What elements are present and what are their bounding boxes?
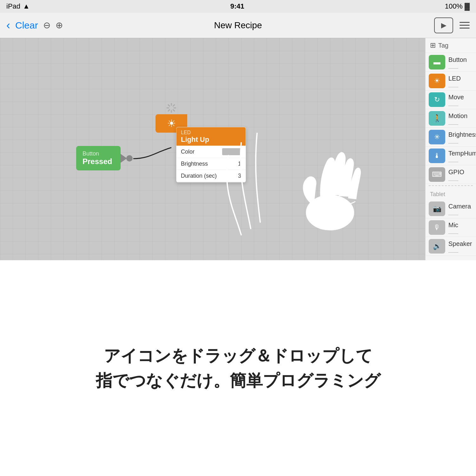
svg-point-8 bbox=[306, 195, 354, 230]
led-popup-color-row[interactable]: Color bbox=[176, 146, 246, 158]
menu-button[interactable] bbox=[459, 22, 470, 29]
led-popup-label: LED bbox=[181, 130, 241, 136]
tablet-section-label: Tablet bbox=[426, 187, 476, 200]
wifi-icon: ▲ bbox=[23, 2, 30, 10]
temphumid-item-name: TempHumid bbox=[448, 150, 476, 157]
device-label: iPad bbox=[6, 2, 20, 10]
gpio-item-name: GPIO bbox=[448, 169, 464, 176]
led-popup-brightness-value: 1 bbox=[238, 161, 241, 167]
led-popup-duration-value: 3 bbox=[238, 173, 241, 179]
led-color-swatch[interactable] bbox=[222, 148, 241, 155]
button-node-label: Button bbox=[83, 150, 114, 157]
button-node-arrow bbox=[121, 154, 127, 163]
gpio-icon: ⌨ bbox=[429, 167, 445, 182]
speaker-item-sub: ____ bbox=[448, 248, 472, 253]
camera-item-sub: ____ bbox=[448, 210, 471, 215]
popup-connector-arrow bbox=[246, 151, 246, 159]
led-popup-duration-row[interactable]: Duration (sec) 3 bbox=[176, 170, 246, 182]
sidebar-item-temphumid[interactable]: 🌡 TempHumid ____ bbox=[426, 147, 476, 165]
led-sidebar-icon: ☀ bbox=[429, 74, 445, 88]
zoom-in-icon[interactable]: ⊕ bbox=[56, 20, 63, 30]
add-icon: ⊞ bbox=[430, 41, 436, 50]
move-icon: ↻ bbox=[429, 92, 445, 107]
bottom-section: アイコンをドラッグ＆ドロップして 指でつなぐだけ。簡単プログラミング bbox=[0, 260, 476, 476]
back-button[interactable]: ‹ bbox=[6, 19, 10, 32]
bottom-text: アイコンをドラッグ＆ドロップして 指でつなぐだけ。簡単プログラミング bbox=[96, 343, 380, 393]
motion-item-sub: ____ bbox=[448, 120, 467, 125]
main-area: Button Pressed bbox=[0, 38, 476, 260]
sidebar-item-move[interactable]: ↻ Move ____ bbox=[426, 90, 476, 109]
sidebar-item-button[interactable]: ▬ Button ____ bbox=[426, 53, 476, 72]
sidebar-item-brightness[interactable]: ✳ Brightness ____ bbox=[426, 128, 476, 147]
bottom-text-line1: アイコンをドラッグ＆ドロップして bbox=[96, 343, 380, 368]
svg-line-1 bbox=[173, 105, 175, 106]
add-tag-button[interactable]: ⊞ Tag bbox=[426, 38, 476, 53]
led-item-name: LED bbox=[448, 75, 461, 82]
mic-item-sub: ____ bbox=[448, 229, 458, 234]
led-popup[interactable]: LED Light Up Color Brightness 1 Duration… bbox=[176, 127, 246, 182]
move-item-name: Move bbox=[448, 94, 464, 101]
button-node-box[interactable]: Button Pressed bbox=[76, 146, 121, 170]
led-icon: ☀ bbox=[167, 117, 176, 129]
temphumid-item-sub: ____ bbox=[448, 157, 476, 162]
brightness-icon: ✳ bbox=[429, 130, 445, 144]
svg-line-5 bbox=[168, 110, 169, 111]
led-popup-duration-label: Duration (sec) bbox=[181, 173, 217, 179]
speaker-icon: 🔊 bbox=[429, 239, 445, 254]
button-item-sub: ____ bbox=[448, 63, 467, 69]
clear-button[interactable]: Clear bbox=[15, 20, 38, 31]
motion-item-name: Motion bbox=[448, 112, 467, 120]
speaker-item-name: Speaker bbox=[448, 240, 472, 248]
menu-line2 bbox=[459, 25, 470, 26]
sidebar-item-mic[interactable]: 🎙 Mic ____ bbox=[426, 218, 476, 237]
gpio-item-sub: ____ bbox=[448, 176, 464, 181]
sidebar-item-motion[interactable]: 🚶 Motion ____ bbox=[426, 109, 476, 128]
motion-icon: 🚶 bbox=[429, 111, 445, 126]
move-item-sub: ____ bbox=[448, 101, 464, 106]
led-spinner bbox=[165, 102, 178, 116]
svg-line-3 bbox=[173, 110, 175, 111]
battery-icon: ▓ bbox=[465, 2, 470, 10]
button-node-connector bbox=[126, 155, 133, 162]
menu-line3 bbox=[459, 28, 470, 29]
zoom-out-icon[interactable]: ⊖ bbox=[43, 20, 50, 30]
mic-item-name: Mic bbox=[448, 221, 458, 229]
menu-line1 bbox=[459, 22, 470, 23]
led-item-sub: ____ bbox=[448, 82, 461, 87]
button-icon: ▬ bbox=[429, 55, 445, 69]
status-right: 100% ▓ bbox=[445, 2, 470, 10]
battery-label: 100% bbox=[445, 2, 463, 10]
led-popup-header: LED Light Up bbox=[176, 127, 246, 146]
led-popup-color-label: Color bbox=[181, 149, 195, 155]
toolbar-left: ‹ Clear ⊖ ⊕ bbox=[6, 19, 119, 32]
play-icon: ▶ bbox=[441, 21, 446, 30]
toolbar-right: ▶ bbox=[357, 17, 470, 33]
sidebar-item-led[interactable]: ☀ LED ____ bbox=[426, 72, 476, 90]
canvas[interactable]: Button Pressed bbox=[0, 38, 425, 260]
status-time: 9:41 bbox=[230, 2, 244, 10]
camera-item-name: Camera bbox=[448, 203, 471, 210]
bottom-text-line2: 指でつなぐだけ。簡単プログラミング bbox=[96, 368, 380, 393]
toolbar-title: New Recipe bbox=[125, 20, 351, 30]
svg-line-7 bbox=[168, 105, 169, 106]
status-bar: iPad ▲ 9:41 100% ▓ bbox=[0, 0, 476, 13]
mic-icon: 🎙 bbox=[429, 220, 445, 235]
play-button[interactable]: ▶ bbox=[434, 17, 453, 33]
led-popup-brightness-row[interactable]: Brightness 1 bbox=[176, 158, 246, 170]
button-item-name: Button bbox=[448, 56, 467, 63]
button-node[interactable]: Button Pressed bbox=[76, 146, 133, 170]
sidebar-item-gpio[interactable]: ⌨ GPIO ____ bbox=[426, 165, 476, 184]
brightness-item-name: Brightness bbox=[448, 131, 476, 138]
add-tag-label: Tag bbox=[438, 42, 448, 49]
hand-gesture bbox=[286, 127, 374, 235]
sidebar-item-speaker[interactable]: 🔊 Speaker ____ bbox=[426, 237, 476, 256]
led-popup-brightness-label: Brightness bbox=[181, 161, 208, 167]
sidebar: ⊞ Tag ▬ Button ____ ☀ LED ____ ↻ Move __… bbox=[425, 38, 476, 260]
sidebar-item-camera[interactable]: 📷 Camera ____ bbox=[426, 200, 476, 218]
brightness-item-sub: ____ bbox=[448, 138, 476, 143]
sidebar-divider bbox=[429, 185, 473, 186]
status-left: iPad ▲ bbox=[6, 2, 30, 10]
toolbar: ‹ Clear ⊖ ⊕ New Recipe ▶ bbox=[0, 13, 476, 38]
led-popup-title: Light Up bbox=[181, 136, 241, 144]
camera-icon: 📷 bbox=[429, 202, 445, 216]
